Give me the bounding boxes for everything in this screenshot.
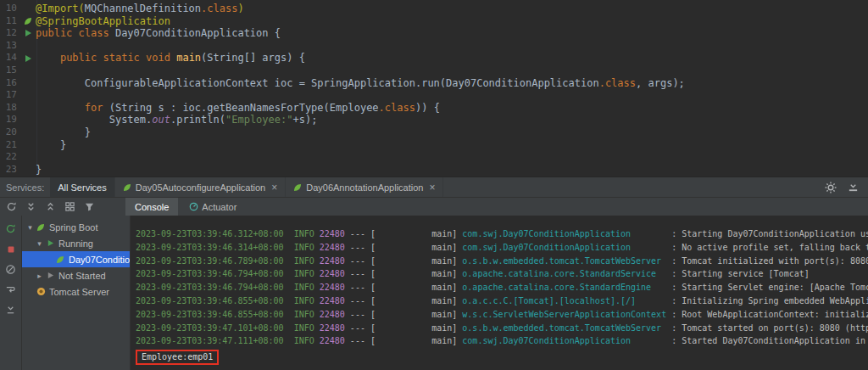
- log-line: 2023-09-23T03:39:47.111+08:00 INFO 22480…: [136, 334, 868, 348]
- line-number: 16: [0, 77, 20, 90]
- code-line: System.out.println("Employee:"+s);: [36, 114, 317, 126]
- tomcat-icon: [35, 287, 47, 296]
- line-number: 22: [0, 151, 20, 164]
- editor-line: 11@SpringBootApplication: [0, 15, 868, 28]
- line-number: 20: [0, 126, 20, 139]
- view-tab-label: Console: [135, 202, 169, 212]
- chevron-right-icon[interactable]: ▸: [35, 272, 44, 280]
- gutter-icon-slot: [20, 139, 36, 152]
- console-log: 2023-09-23T03:39:46.312+08:00 INFO 22480…: [136, 227, 868, 348]
- hide-panel-icon[interactable]: [847, 181, 860, 193]
- tree-item-day07conditionapplication[interactable]: Day07ConditionApplication: [22, 251, 130, 267]
- tab-console[interactable]: Console: [125, 198, 178, 216]
- soft-wrap-icon[interactable]: [4, 283, 17, 296]
- line-number: 12: [0, 27, 20, 40]
- tab-label: All Services: [58, 182, 106, 193]
- editor-line: 10@Import(MQChannelDefinition.class): [0, 3, 868, 15]
- code-line: @SpringBootApplication: [36, 15, 170, 28]
- editor-line: 14 public static void main(String[] args…: [0, 52, 868, 64]
- filter-icon[interactable]: [83, 200, 96, 213]
- gutter-icon-slot: [20, 15, 36, 28]
- close-tab-icon[interactable]: ×: [429, 182, 435, 193]
- notstarted-icon: [44, 272, 56, 279]
- view-tab-label: Actuator: [202, 202, 236, 212]
- line-number: 19: [0, 114, 20, 126]
- tab-label: Day05AutoconfigureApplication: [136, 182, 266, 193]
- editor-line: 23}: [0, 164, 868, 177]
- log-line: 2023-09-23T03:39:46.794+08:00 INFO 22480…: [136, 281, 868, 294]
- gutter-icon-slot: [20, 40, 36, 53]
- tree-item-label: Running: [56, 238, 93, 249]
- tab-actuator[interactable]: Actuator: [180, 198, 246, 216]
- tree-item-label: Tomcat Server: [47, 287, 109, 297]
- ide-window: 10@Import(MQChannelDefinition.class)11@S…: [0, 0, 868, 370]
- gutter-icon-slot: [20, 3, 36, 15]
- code-line: }: [36, 126, 91, 139]
- editor-line: 21 }: [0, 139, 868, 152]
- tree-item-tomcat-server[interactable]: Tomcat Server: [22, 283, 130, 300]
- line-number: 21: [0, 139, 20, 152]
- tree-item-label: Spring Boot: [47, 222, 97, 233]
- services-side-toolbar: [0, 216, 22, 370]
- gutter-icon-slot: [20, 52, 36, 64]
- tree-item-label: Not Started: [56, 271, 106, 281]
- close-tab-icon[interactable]: ×: [271, 182, 277, 193]
- line-number: 10: [0, 3, 20, 15]
- gutter-icon-slot: [20, 164, 36, 177]
- spring-bean-icon[interactable]: [24, 17, 32, 25]
- line-number: 23: [0, 164, 20, 177]
- run-icon[interactable]: [24, 54, 32, 63]
- editor-line: 17: [0, 89, 868, 102]
- code-line: public class Day07ConditionApplication {: [36, 27, 281, 40]
- editor-line: 13: [0, 40, 868, 53]
- collapse-all-icon[interactable]: [44, 200, 57, 213]
- console-output[interactable]: 2023-09-23T03:39:46.312+08:00 INFO 22480…: [131, 216, 868, 370]
- services-tabs: All ServicesDay05AutoconfigureApplicatio…: [50, 177, 443, 197]
- services-toolbar-icons: [0, 200, 125, 213]
- tree-item-not-started[interactable]: ▸Not Started: [22, 267, 130, 283]
- running-icon: [44, 239, 56, 247]
- log-line: 2023-09-23T03:39:46.855+08:00 INFO 22480…: [136, 294, 868, 308]
- gutter-icon-slot: [20, 126, 36, 139]
- gutter-icon-slot: [20, 77, 36, 90]
- spring-icon: [35, 223, 47, 232]
- code-line: for (String s : ioc.getBeanNamesForType(…: [36, 102, 440, 115]
- line-number: 15: [0, 64, 20, 77]
- services-tree[interactable]: ▾Spring Boot▾RunningDay07ConditionApplic…: [22, 216, 131, 370]
- line-number: 11: [0, 15, 20, 28]
- tree-item-spring-boot[interactable]: ▾Spring Boot: [22, 219, 130, 235]
- rerun-icon[interactable]: [4, 222, 17, 235]
- run-icon[interactable]: [24, 29, 32, 37]
- services-tab[interactable]: All Services: [50, 177, 114, 197]
- editor-lines: 10@Import(MQChannelDefinition.class)11@S…: [0, 3, 868, 176]
- gutter-icon-slot: [20, 151, 36, 164]
- chevron-down-icon[interactable]: ▾: [25, 223, 35, 232]
- gutter-icon-slot: [20, 114, 36, 126]
- services-tab[interactable]: Day06AnnotationApplication×: [286, 177, 443, 197]
- tabbar-controls: [824, 177, 868, 197]
- gear-icon[interactable]: [824, 181, 837, 193]
- code-line: }: [36, 164, 42, 177]
- employee-output: Employee:emp01: [136, 350, 219, 365]
- refresh-icon[interactable]: [5, 200, 18, 213]
- expand-all-icon[interactable]: [25, 200, 37, 213]
- stop-icon[interactable]: [4, 243, 17, 255]
- editor-line: 18 for (String s : ioc.getBeanNamesForTy…: [0, 102, 868, 115]
- services-panel-label: Services:: [0, 177, 50, 197]
- log-line: 2023-09-23T03:39:46.312+08:00 INFO 22480…: [136, 227, 868, 241]
- console-result-line: Employee:emp01: [136, 350, 868, 365]
- log-line: 2023-09-23T03:39:46.789+08:00 INFO 22480…: [136, 255, 868, 268]
- spring-boot-icon: [123, 183, 131, 192]
- services-tab[interactable]: Day05AutoconfigureApplication×: [115, 177, 287, 197]
- code-line: public static void main(String[] args) {: [36, 52, 305, 64]
- clear-icon[interactable]: [4, 263, 17, 276]
- code-editor[interactable]: 10@Import(MQChannelDefinition.class)11@S…: [0, 0, 868, 177]
- editor-line: 22: [0, 151, 868, 164]
- services-body: ▾Spring Boot▾RunningDay07ConditionApplic…: [0, 216, 868, 370]
- line-number: 14: [0, 52, 20, 64]
- group-by-icon[interactable]: [64, 200, 76, 213]
- chevron-down-icon[interactable]: ▾: [35, 239, 44, 248]
- tree-item-running[interactable]: ▾Running: [22, 235, 130, 251]
- scroll-to-end-icon[interactable]: [4, 304, 17, 317]
- line-number: 13: [0, 40, 20, 53]
